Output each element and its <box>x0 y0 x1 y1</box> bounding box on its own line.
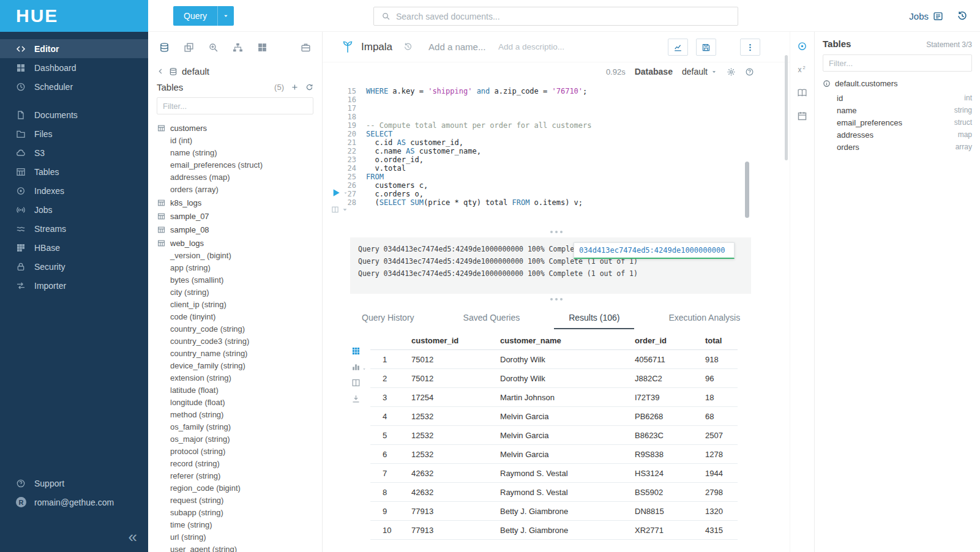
right-column-row[interactable]: namestring <box>823 104 972 116</box>
tab-query-history[interactable]: Query History <box>347 313 429 329</box>
run-query-button[interactable] <box>331 188 348 198</box>
assist-column[interactable]: country_code3 (string) <box>157 335 322 348</box>
tab-execution-analysis[interactable]: Execution Analysis <box>654 313 755 329</box>
add-table-icon[interactable] <box>291 83 299 91</box>
right-filter-input[interactable] <box>823 54 972 72</box>
chevron-left-icon[interactable] <box>157 67 165 75</box>
language-reference-icon[interactable] <box>797 88 807 98</box>
assist-column[interactable]: longitude (float) <box>157 397 322 409</box>
assist-column[interactable]: url (string) <box>157 531 322 543</box>
nav-item-hbase[interactable]: HBase <box>0 238 148 257</box>
panel-scrollbar[interactable] <box>785 55 788 160</box>
assistant-target-icon[interactable] <box>797 41 807 51</box>
query-type-dropdown[interactable] <box>217 6 234 26</box>
results-header-cell[interactable]: order_id <box>627 336 698 345</box>
assist-column[interactable]: referer (string) <box>157 470 322 482</box>
assist-column[interactable]: os_major (string) <box>157 433 322 446</box>
nav-item-streams[interactable]: Streams <box>0 219 148 238</box>
assist-column[interactable]: record (string) <box>157 458 322 470</box>
nav-item-editor[interactable]: Editor <box>0 39 148 58</box>
columns-view-button[interactable] <box>351 378 367 387</box>
assist-column[interactable]: os_family (string) <box>157 421 322 433</box>
download-button[interactable] <box>351 394 367 403</box>
assist-table-sample-07[interactable]: sample_07 <box>157 209 322 223</box>
nav-item-jobs[interactable]: Jobs <box>0 200 148 219</box>
assist-column[interactable]: code (tinyint) <box>157 311 322 323</box>
assist-column[interactable]: device_family (string) <box>157 360 322 372</box>
assist-column[interactable]: orders (array) <box>157 184 322 196</box>
apps-grid-icon[interactable] <box>257 42 267 53</box>
nav-item-security[interactable]: Security <box>0 257 148 276</box>
assist-column[interactable]: method (string) <box>157 409 322 421</box>
resize-handle-top[interactable] <box>323 229 790 235</box>
assist-column[interactable]: _version_ (bigint) <box>157 250 322 262</box>
briefcase-icon[interactable] <box>301 42 311 53</box>
assist-column[interactable]: country_code (string) <box>157 323 322 335</box>
right-column-row[interactable]: email_preferencesstruct <box>823 116 972 129</box>
more-actions-button[interactable] <box>740 39 760 56</box>
query-history-small-icon[interactable] <box>403 42 413 51</box>
assist-column[interactable]: client_ip (string) <box>157 299 322 311</box>
nav-item-scheduler[interactable]: Scheduler <box>0 77 148 96</box>
assist-column[interactable]: region_code (bigint) <box>157 482 322 494</box>
search-plus-icon[interactable] <box>208 42 219 53</box>
chart-button[interactable] <box>668 39 688 56</box>
refresh-icon[interactable] <box>305 83 313 91</box>
database-dropdown[interactable]: default <box>682 67 717 76</box>
resize-handle-bottom[interactable] <box>323 296 790 302</box>
assist-column[interactable]: user_agent (string) <box>157 543 322 552</box>
editor-scrollbar[interactable] <box>745 162 749 218</box>
query-description-input[interactable] <box>498 42 570 51</box>
assist-table-web-logs[interactable]: web_logs <box>157 236 322 250</box>
documents-copy-icon[interactable] <box>184 42 194 53</box>
assist-column[interactable]: email_preferences (struct) <box>157 159 322 171</box>
assist-column[interactable]: addresses (map) <box>157 171 322 184</box>
functions-icon[interactable]: x2 <box>797 64 807 75</box>
nav-item-tables[interactable]: Tables <box>0 162 148 181</box>
query-name-input[interactable] <box>428 42 495 52</box>
assist-table-k8s-logs[interactable]: k8s_logs <box>157 196 322 209</box>
assist-column[interactable]: protocol (string) <box>157 446 322 458</box>
tab-results-106[interactable]: Results (106) <box>554 313 634 329</box>
nav-item-documents[interactable]: Documents <box>0 105 148 124</box>
help-icon[interactable] <box>745 67 754 76</box>
schedule-icon[interactable] <box>797 111 807 121</box>
tab-saved-queries[interactable]: Saved Queries <box>449 313 535 329</box>
right-column-row[interactable]: addressesmap <box>823 129 972 141</box>
assist-table-customers[interactable]: customers <box>157 121 322 135</box>
assist-column[interactable]: app (string) <box>157 262 322 274</box>
right-column-row[interactable]: ordersarray <box>823 141 972 153</box>
explain-format-button[interactable] <box>331 206 349 214</box>
collapse-sidebar-button[interactable]: « <box>129 529 137 545</box>
right-column-row[interactable]: idint <box>823 92 972 104</box>
nav-item-user[interactable]: R romain@gethue.com <box>0 493 148 512</box>
query-history-icon[interactable] <box>957 10 968 21</box>
nav-item-s3[interactable]: S3 <box>0 143 148 162</box>
code-editor[interactable]: 1516171819202122232425262728 WHERE a.key… <box>323 82 790 236</box>
sitemap-icon[interactable] <box>233 42 243 53</box>
search-input[interactable] <box>396 12 730 21</box>
results-header-cell[interactable]: customer_id <box>404 336 493 345</box>
assist-column[interactable]: request (string) <box>157 494 322 507</box>
assist-column[interactable]: latitude (float) <box>157 384 322 397</box>
assist-column[interactable]: name (string) <box>157 147 322 159</box>
nav-item-files[interactable]: Files <box>0 124 148 143</box>
grid-view-button[interactable] <box>351 346 367 356</box>
assist-filter-input[interactable] <box>157 97 313 114</box>
breadcrumb-database[interactable]: default <box>182 66 209 76</box>
assist-column[interactable]: country_name (string) <box>157 348 322 360</box>
nav-item-support[interactable]: Support <box>0 474 148 493</box>
jobs-link[interactable]: Jobs <box>909 11 943 21</box>
new-query-button[interactable]: Query <box>173 6 234 26</box>
results-header-cell[interactable]: total <box>698 336 738 345</box>
assist-column[interactable]: bytes (smallint) <box>157 274 322 286</box>
nav-item-dashboard[interactable]: Dashboard <box>0 58 148 77</box>
caret-down-icon[interactable] <box>343 190 348 196</box>
hue-logo[interactable]: HUE <box>0 0 148 32</box>
engine-name[interactable]: Impala <box>361 41 392 53</box>
nav-item-importer[interactable]: Importer <box>0 276 148 295</box>
assist-column[interactable]: city (string) <box>157 286 322 299</box>
active-table-row[interactable]: default.customers <box>823 76 972 91</box>
assist-column[interactable]: subapp (string) <box>157 507 322 519</box>
nav-item-indexes[interactable]: Indexes <box>0 181 148 200</box>
